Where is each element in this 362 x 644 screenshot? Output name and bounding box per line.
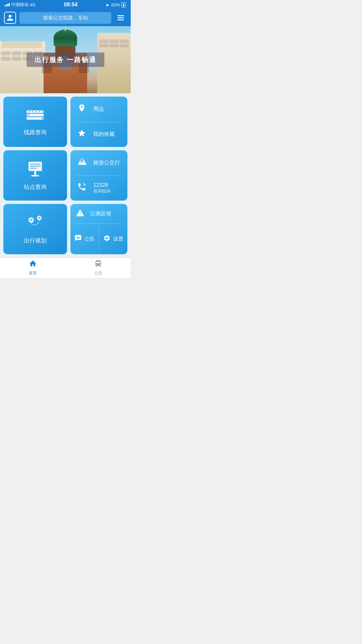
map-pin-icon — [25, 214, 45, 233]
complaint-button[interactable]: 12328 咨询投诉 — [70, 176, 127, 201]
search-bar[interactable]: 搜索公交线路、车站 — [19, 12, 111, 24]
signal-icon — [5, 3, 10, 6]
network-label: 4G — [30, 2, 36, 7]
avatar-button[interactable] — [4, 12, 16, 24]
location-pin-icon — [76, 104, 88, 115]
gear-icon — [103, 234, 111, 244]
nearby-favorites-panel: 周边 我的收藏 — [70, 97, 127, 147]
svg-point-7 — [32, 111, 33, 112]
home-icon — [29, 260, 37, 270]
location-icon: ► — [106, 2, 110, 7]
svg-point-6 — [28, 111, 30, 112]
search-placeholder: 搜索公交线路、车站 — [43, 15, 88, 20]
nav-bus-label: 公交 — [94, 270, 102, 276]
menu-button[interactable] — [115, 12, 127, 24]
favorites-button[interactable]: 我的收藏 — [70, 122, 127, 147]
warning-icon — [76, 209, 84, 219]
star-icon — [76, 129, 88, 140]
nav-bus-button[interactable]: 公交 — [65, 258, 131, 278]
svg-point-10 — [42, 111, 43, 112]
grid-row-2: 站点查询 旅游公交行 — [3, 150, 127, 201]
complaint-text-group: 12328 咨询投诉 — [93, 182, 111, 194]
carrier-label: 中国移动 — [11, 2, 28, 8]
announcement-label: 公告 — [84, 236, 95, 242]
main-grid: 线路查询 周边 我的收藏 — [0, 93, 131, 258]
battery-label: 83% — [111, 2, 120, 7]
time-label: 08:54 — [64, 2, 77, 8]
nearby-button[interactable]: 周边 — [70, 97, 127, 122]
status-right: ► 83% ▮ — [106, 2, 126, 7]
phone-icon — [76, 182, 88, 194]
mountain-icon — [76, 157, 88, 169]
menu-icon — [116, 13, 125, 22]
tourism-button[interactable]: 旅游公交行 — [70, 150, 127, 175]
settings-label: 设置 — [113, 236, 123, 242]
trip-plan-label: 出行规划 — [24, 237, 47, 245]
battery-icon: ▮ — [121, 2, 126, 7]
tourism-complaint-panel: 旅游公交行 12328 咨询投诉 — [70, 150, 127, 201]
svg-point-9 — [39, 111, 40, 112]
grid-row-1: 线路查询 周边 我的收藏 — [3, 97, 127, 147]
feedback-button[interactable]: 公测反馈 — [70, 204, 127, 223]
announcement-settings-row: 公告 设置 — [70, 224, 127, 254]
nav-home-label: 首页 — [29, 270, 37, 276]
svg-point-8 — [35, 111, 37, 112]
tourism-label: 旅游公交行 — [93, 159, 120, 166]
trip-plan-button[interactable]: 出行规划 — [3, 204, 67, 254]
status-left: 中国移动 4G — [5, 2, 36, 8]
grid-row-3: 出行规划 公测反馈 — [3, 204, 127, 254]
banner-text: 出行服务 一路畅通 — [26, 53, 104, 67]
favorites-label: 我的收藏 — [93, 131, 115, 138]
complaint-label: 咨询投诉 — [93, 188, 111, 194]
feedback-panel: 公测反馈 公告 — [70, 204, 127, 254]
banner: 出行服务 一路畅通 — [0, 26, 131, 93]
svg-rect-17 — [34, 171, 36, 176]
nav-home-button[interactable]: 首页 — [0, 258, 65, 278]
person-icon — [6, 14, 14, 21]
station-query-button[interactable]: 站点查询 — [3, 150, 67, 201]
svg-rect-16 — [30, 168, 37, 169]
station-query-label: 站点查询 — [24, 183, 47, 191]
svg-rect-15 — [30, 166, 41, 167]
svg-rect-14 — [30, 164, 41, 165]
route-query-button[interactable]: 线路查询 — [3, 97, 67, 147]
nearby-label: 周边 — [93, 106, 104, 113]
svg-rect-18 — [31, 175, 39, 176]
announcement-button[interactable]: 公告 — [70, 224, 99, 254]
status-bar: 中国移动 4G 08:54 ► 83% ▮ — [0, 0, 131, 9]
settings-button[interactable]: 设置 — [99, 224, 128, 254]
chat-icon — [74, 234, 82, 244]
header: 搜索公交线路、车站 — [0, 9, 131, 26]
bus-icon — [94, 260, 102, 270]
complaint-number: 12328 — [93, 182, 111, 188]
station-icon — [25, 160, 45, 180]
svg-rect-2 — [117, 19, 124, 20]
feedback-label: 公测反馈 — [90, 210, 111, 217]
route-icon — [25, 108, 45, 125]
svg-rect-1 — [117, 17, 124, 18]
route-query-label: 线路查询 — [24, 128, 47, 136]
svg-rect-0 — [117, 15, 124, 16]
bottom-nav: 首页 公交 — [0, 258, 131, 278]
